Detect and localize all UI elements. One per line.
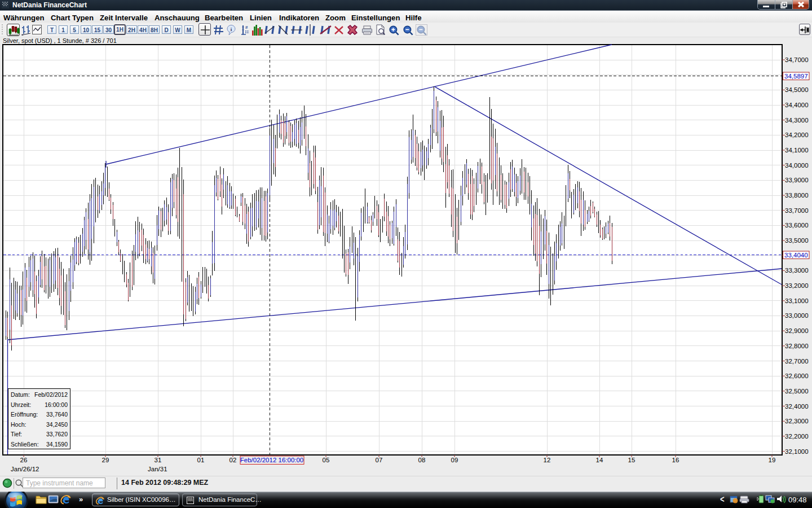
svg-text:32,6000: 32,6000 bbox=[785, 373, 809, 379]
svg-text:Jan/26/12: Jan/26/12 bbox=[11, 466, 39, 472]
svg-text:34,2000: 34,2000 bbox=[785, 132, 809, 138]
svg-text:34,4000: 34,4000 bbox=[785, 102, 809, 108]
svg-text:33,4040: 33,4040 bbox=[784, 252, 808, 259]
svg-text:34,1000: 34,1000 bbox=[785, 147, 809, 154]
svg-text:33,7640: 33,7640 bbox=[46, 411, 68, 418]
svg-text:Eröffnung:: Eröffnung: bbox=[11, 411, 38, 418]
svg-text:Feb/02/2012 16:00:00: Feb/02/2012 16:00:00 bbox=[240, 457, 304, 463]
svg-text:12: 12 bbox=[544, 457, 551, 463]
svg-text:33,7620: 33,7620 bbox=[46, 431, 68, 437]
svg-text:01: 01 bbox=[197, 457, 205, 463]
svg-text:32,3000: 32,3000 bbox=[785, 418, 809, 424]
svg-text:34,1590: 34,1590 bbox=[46, 441, 68, 448]
svg-text:#: # bbox=[245, 25, 248, 30]
svg-text:Tief:: Tief: bbox=[11, 431, 22, 437]
svg-text:33,2000: 33,2000 bbox=[785, 282, 809, 289]
svg-text:29: 29 bbox=[102, 457, 109, 463]
svg-text:26: 26 bbox=[20, 457, 28, 463]
svg-text:32,2000: 32,2000 bbox=[785, 433, 809, 440]
svg-text:19: 19 bbox=[769, 457, 776, 463]
svg-text:33,9000: 33,9000 bbox=[785, 177, 809, 183]
svg-text:05: 05 bbox=[323, 457, 330, 463]
svg-text:33,1000: 33,1000 bbox=[785, 297, 809, 304]
svg-text:Jan/31: Jan/31 bbox=[148, 466, 167, 472]
svg-text:34,5000: 34,5000 bbox=[785, 86, 809, 93]
svg-text:32,8000: 32,8000 bbox=[785, 343, 809, 349]
svg-text:08: 08 bbox=[418, 457, 426, 463]
svg-text:34,0000: 34,0000 bbox=[785, 162, 809, 169]
svg-text:Feb/02/2012: Feb/02/2012 bbox=[34, 391, 68, 398]
svg-text:Hoch:: Hoch: bbox=[11, 421, 26, 428]
svg-text:32,7000: 32,7000 bbox=[785, 358, 809, 365]
svg-text:Uhrzeit:: Uhrzeit: bbox=[11, 401, 31, 408]
svg-text:34,2450: 34,2450 bbox=[46, 421, 68, 428]
svg-text:14: 14 bbox=[596, 457, 603, 463]
svg-text:33,6000: 33,6000 bbox=[785, 222, 809, 229]
svg-text:34,5897: 34,5897 bbox=[784, 73, 808, 80]
svg-text:09: 09 bbox=[451, 457, 458, 463]
svg-text:34,3000: 34,3000 bbox=[785, 117, 809, 124]
svg-text:16:00:00: 16:00:00 bbox=[45, 401, 68, 408]
svg-text:33,3000: 33,3000 bbox=[785, 267, 809, 274]
svg-text:16: 16 bbox=[672, 457, 679, 463]
svg-text:32,5000: 32,5000 bbox=[785, 388, 809, 395]
svg-text:02: 02 bbox=[230, 457, 237, 463]
svg-text:Schließen:: Schließen: bbox=[11, 441, 39, 448]
svg-text:34,7000: 34,7000 bbox=[785, 56, 809, 63]
svg-text:32,1000: 32,1000 bbox=[785, 448, 809, 455]
svg-text:33,0000: 33,0000 bbox=[785, 312, 809, 319]
svg-text:33,5000: 33,5000 bbox=[785, 237, 809, 244]
svg-text:Datum:: Datum: bbox=[11, 391, 30, 398]
svg-text:33,8000: 33,8000 bbox=[785, 192, 809, 199]
svg-text:32,4000: 32,4000 bbox=[785, 403, 809, 410]
svg-text:33,7000: 33,7000 bbox=[785, 207, 809, 214]
svg-text:32,9000: 32,9000 bbox=[785, 327, 809, 334]
svg-text:07: 07 bbox=[376, 457, 383, 463]
svg-text:15: 15 bbox=[628, 457, 636, 463]
svg-text:31: 31 bbox=[155, 457, 162, 463]
